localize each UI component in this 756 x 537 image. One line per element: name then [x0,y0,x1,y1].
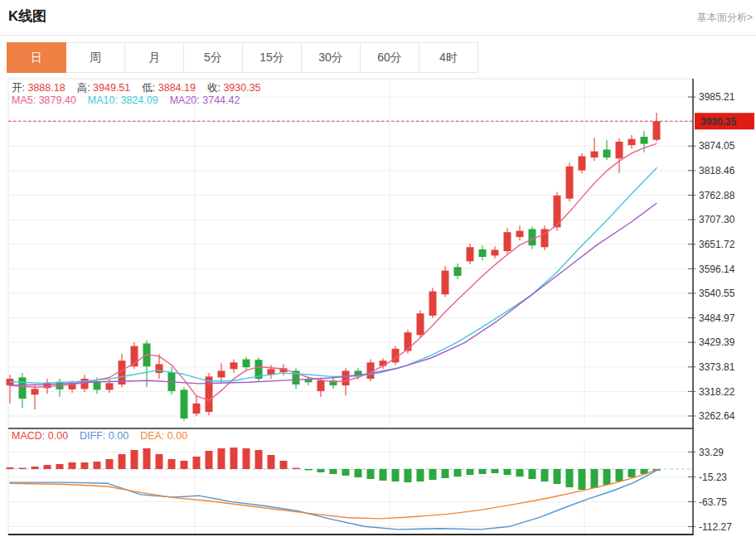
candle-body [467,247,474,261]
ohlc-info-row: 开: 3888.18高: 3949.51低: 3884.19收: 3930.35 [12,81,273,95]
macd-bar [19,468,27,469]
macd-axis-label: 33.29 [699,447,724,458]
price-axis-label: 3262.64 [699,410,735,422]
price-axis-label: 3318.22 [699,386,735,398]
macd-bar [405,469,412,482]
macd-bar [293,468,300,469]
macd-bar [131,450,138,469]
candle-body [19,377,27,399]
price-axis-label: 3985.21 [699,91,735,103]
macd-bar [616,469,623,481]
ma5-line [10,143,657,400]
candle-body [206,376,213,412]
kline-panel: K线图 基本面分析> 日周月5分15分30分60分4时 3985.213874.… [0,0,756,537]
candle-body [305,380,313,382]
macd-bar [106,459,114,469]
macd-bar [603,469,611,485]
period-tab-7[interactable]: 4时 [419,42,478,73]
candle-body [603,150,611,158]
candle-body [342,370,350,385]
macd-bar [566,469,574,487]
candle-body [579,157,586,171]
info-item: DEA: 0.00 [140,430,187,442]
candle-body [628,139,636,145]
macd-bar [417,469,424,481]
price-axis-label: 3762.88 [699,190,735,201]
info-item: MA10: 3824.09 [88,94,158,106]
price-axis-label: 3818.46 [699,165,735,177]
candle-body [405,332,412,351]
price-axis-label: 3596.14 [699,264,735,275]
macd-bar [330,469,337,474]
info-item: MA5: 3879.40 [12,94,76,106]
candle-body [218,370,225,377]
macd-bar [280,461,288,469]
macd-bar [355,469,362,477]
macd-bar [305,469,313,470]
macd-bar [243,448,250,469]
period-tab-3[interactable]: 5分 [184,42,243,73]
candle-body [317,380,325,391]
macd-bar [541,469,549,481]
macd-bar [317,469,325,472]
candle-body [442,271,449,295]
candle-body [429,292,437,316]
period-tab-4[interactable]: 15分 [243,42,302,73]
macd-bar [7,467,14,469]
price-axis-label: 3540.55 [699,288,735,299]
info-item: 收: 3930.35 [207,82,261,94]
macd-bar [492,469,499,473]
macd-bar [479,469,487,474]
candle-body [230,362,238,369]
candle-body [156,364,163,373]
candle-body [529,229,536,245]
macd-bar [454,469,462,477]
info-item: DIFF: 0.00 [80,430,128,442]
macd-bar [367,469,375,479]
period-tab-0[interactable]: 日 [7,42,66,73]
macd-bar [591,469,598,488]
price-axis-label: 3651.72 [699,239,735,250]
macd-bar [504,469,511,475]
period-tab-2[interactable]: 月 [125,42,184,73]
macd-axis-label: -63.75 [699,496,727,508]
macd-bar [206,451,213,469]
macd-bar [168,459,176,469]
candle-body [181,389,188,418]
period-tab-bar: 日周月5分15分30分60分4时 [7,42,478,73]
candle-body [653,121,661,139]
period-tab-6[interactable]: 60分 [361,42,419,73]
macd-bar [156,454,163,469]
macd-bar [56,464,64,469]
candle-body [193,404,201,414]
candle-body [32,389,39,394]
period-tab-1[interactable]: 周 [66,42,125,73]
candle-body [106,383,114,389]
macd-bar [32,467,39,469]
macd-bar [94,462,101,469]
macd-bar [81,462,89,469]
macd-bar [554,469,561,484]
price-axis-label: 3707.30 [699,214,735,225]
price-axis-label: 3874.05 [699,140,735,152]
macd-info-row: MACD: 0.00DIFF: 0.00DEA: 0.00 [12,430,199,442]
period-tab-5[interactable]: 30分 [302,42,361,73]
candle-body [380,360,387,365]
info-item: 低: 3884.19 [142,82,196,94]
macd-bar [119,454,126,469]
candle-body [504,232,511,251]
candle-body [591,152,598,157]
price-axis-label: 3429.39 [699,336,735,348]
candle-body [492,249,499,255]
info-item: 高: 3949.51 [77,82,131,94]
macd-axis-label: -112.27 [699,521,732,533]
macd-bar [69,462,76,469]
macd-bar [230,448,238,469]
price-axis-label: 3373.81 [699,361,735,373]
macd-bar [529,469,536,479]
macd-bar [516,469,524,477]
macd-bar [628,469,636,477]
candle-body [454,267,462,276]
candle-body [641,137,648,144]
macd-bar [467,469,474,475]
